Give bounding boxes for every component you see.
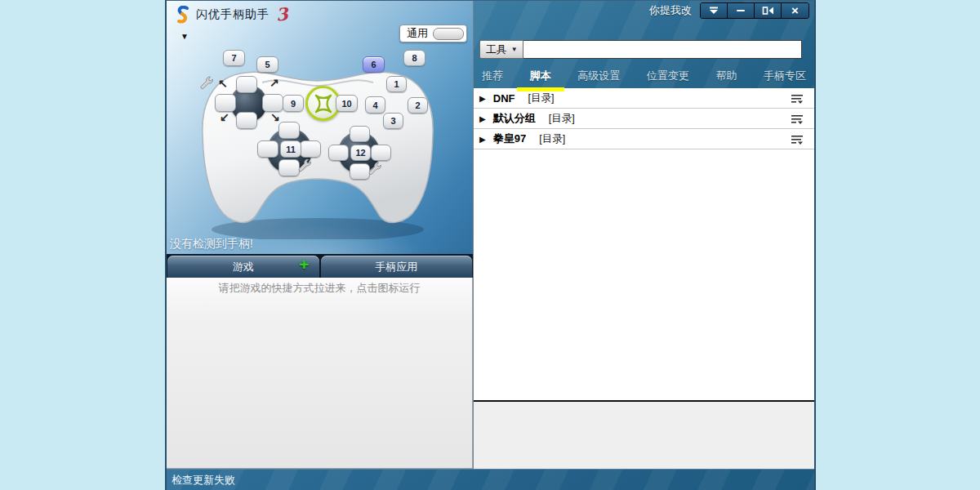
collapse-button[interactable] <box>701 3 728 18</box>
pad-button-11[interactable]: 11 <box>280 140 301 158</box>
wrench-icon <box>297 158 312 172</box>
tab-高级设置[interactable]: 高级设置 <box>576 67 621 90</box>
pad-direction-button[interactable] <box>236 112 257 129</box>
right-panel-header: 你提我改 <box>474 1 814 88</box>
pad-direction-button[interactable] <box>236 76 257 93</box>
pad-direction-button[interactable] <box>328 145 349 161</box>
app-title-group: 闪优手柄助手 3 <box>175 4 288 24</box>
right-panel: 你提我改 <box>473 1 814 469</box>
script-list: ▶DNF[目录]▶默认分组[目录]▶拳皇97[目录] <box>474 88 814 402</box>
row-menu-button[interactable] <box>791 93 804 104</box>
tools-dropdown-button[interactable]: 工具 ▼ <box>479 40 523 59</box>
pad-settings-wrench[interactable] <box>199 75 214 93</box>
chevron-down-icon: ▼ <box>511 46 518 53</box>
row-menu-button[interactable] <box>791 134 804 145</box>
diagonal-arrow-icon: ↘ <box>270 111 280 122</box>
pad-button-9[interactable]: 9 <box>283 95 304 112</box>
pad-direction-button[interactable] <box>371 145 391 161</box>
tab-gamepad-apps-label: 手柄应用 <box>375 260 417 274</box>
script-tag: [目录] <box>539 132 565 146</box>
add-game-icon[interactable]: + <box>299 255 309 274</box>
tools-label: 工具 <box>486 42 507 57</box>
row-menu-icon <box>791 93 804 104</box>
pad-button-3[interactable]: 3 <box>383 113 403 129</box>
minimize-button[interactable] <box>728 3 755 18</box>
close-icon: × <box>791 4 799 16</box>
pad-direction-button[interactable] <box>262 94 283 112</box>
general-toggle-button[interactable] <box>433 28 464 40</box>
expand-icon[interactable]: ▶ <box>479 94 486 103</box>
pad-direction-button[interactable] <box>215 94 236 112</box>
tab-位置变更[interactable]: 位置变更 <box>645 67 691 90</box>
pad-button-4[interactable]: 4 <box>365 96 385 114</box>
pad-button-7[interactable]: 7 <box>223 50 245 66</box>
general-profile-control[interactable]: 通用 <box>399 24 467 42</box>
collapse-icon <box>709 7 719 15</box>
row-menu-icon <box>791 114 804 124</box>
dock-button[interactable] <box>755 3 782 18</box>
wrench-icon <box>368 161 382 176</box>
status-bar: 检查更新失败 <box>167 469 814 490</box>
panel-dropdown-arrow[interactable]: ▼ <box>180 32 189 41</box>
script-row[interactable]: ▶默认分组[目录] <box>474 109 814 129</box>
pad-settings-wrench[interactable] <box>297 158 312 176</box>
script-search-input[interactable] <box>523 40 802 59</box>
script-tag: [目录] <box>528 91 555 105</box>
row-menu-icon <box>791 134 804 145</box>
tab-gamepad-apps[interactable]: 手柄应用 <box>321 256 473 278</box>
feedback-link[interactable]: 你提我改 <box>649 3 692 18</box>
app-title: 闪优手柄助手 <box>196 7 270 22</box>
pad-direction-button[interactable] <box>350 126 370 142</box>
left-tabbar: 游戏 + 手柄应用 <box>167 254 473 278</box>
general-label: 通用 <box>407 26 428 41</box>
dock-icon <box>762 7 774 15</box>
tab-手柄专区[interactable]: 手柄专区 <box>762 67 808 90</box>
script-row[interactable]: ▶拳皇97[目录] <box>474 129 814 149</box>
app-window: 123456789101112↖↗↙↘ 闪优手柄助手 3 ▼ 通用 没有检测到手… <box>165 0 816 490</box>
close-button[interactable]: × <box>782 3 808 18</box>
wrench-icon <box>199 75 214 90</box>
pad-button-5[interactable]: 5 <box>256 56 278 73</box>
script-name: 默认分组 <box>493 111 536 126</box>
right-tabbar: 推荐脚本高级设置位置变更帮助手柄专区 <box>480 67 808 90</box>
pad-direction-button[interactable] <box>300 140 321 158</box>
window-controls: × <box>700 2 809 19</box>
app-version: 3 <box>275 3 289 24</box>
pad-button-6[interactable]: 6 <box>363 56 385 73</box>
script-name: 拳皇97 <box>493 131 526 146</box>
pad-settings-wrench[interactable] <box>368 161 382 179</box>
diagonal-arrow-icon: ↖ <box>218 78 228 89</box>
game-drop-zone[interactable]: 请把游戏的快捷方式拉进来，点击图标运行 <box>167 278 473 469</box>
minimize-icon <box>737 10 745 11</box>
left-panel: 123456789101112↖↗↙↘ 闪优手柄助手 3 ▼ 通用 没有检测到手… <box>167 1 473 469</box>
script-list-footer-area <box>474 402 814 469</box>
row-menu-button[interactable] <box>791 114 804 124</box>
status-bar-text: 检查更新失败 <box>172 473 235 488</box>
pad-direction-button[interactable] <box>257 140 278 158</box>
diagonal-arrow-icon: ↙ <box>220 111 229 122</box>
pad-button-1[interactable]: 1 <box>386 76 407 92</box>
pad-direction-button[interactable] <box>278 122 300 139</box>
expand-icon[interactable]: ▶ <box>479 135 486 144</box>
tab-games[interactable]: 游戏 + <box>167 256 319 278</box>
diagonal-arrow-icon: ↗ <box>270 77 279 88</box>
x-glyph-icon <box>311 91 336 116</box>
gamepad-panel: 123456789101112↖↗↙↘ 闪优手柄助手 3 ▼ 通用 没有检测到手… <box>167 1 473 254</box>
script-tag: [目录] <box>549 112 575 126</box>
app-logo-icon <box>175 6 191 24</box>
pad-button-8[interactable]: 8 <box>403 50 425 66</box>
expand-icon[interactable]: ▶ <box>479 114 486 123</box>
pad-button-2[interactable]: 2 <box>408 97 428 114</box>
tab-games-label: 游戏 <box>233 260 254 274</box>
tab-帮助[interactable]: 帮助 <box>714 67 738 90</box>
tab-脚本[interactable]: 脚本 <box>528 67 553 90</box>
drop-hint-text: 请把游戏的快捷方式拉进来，点击图标运行 <box>167 281 472 296</box>
script-name: DNF <box>493 92 515 105</box>
pad-button-12[interactable]: 12 <box>350 145 371 161</box>
gamepad-status-text: 没有检测到手柄! <box>170 237 253 252</box>
tab-推荐[interactable]: 推荐 <box>480 67 505 90</box>
pad-button-10[interactable]: 10 <box>336 95 358 112</box>
